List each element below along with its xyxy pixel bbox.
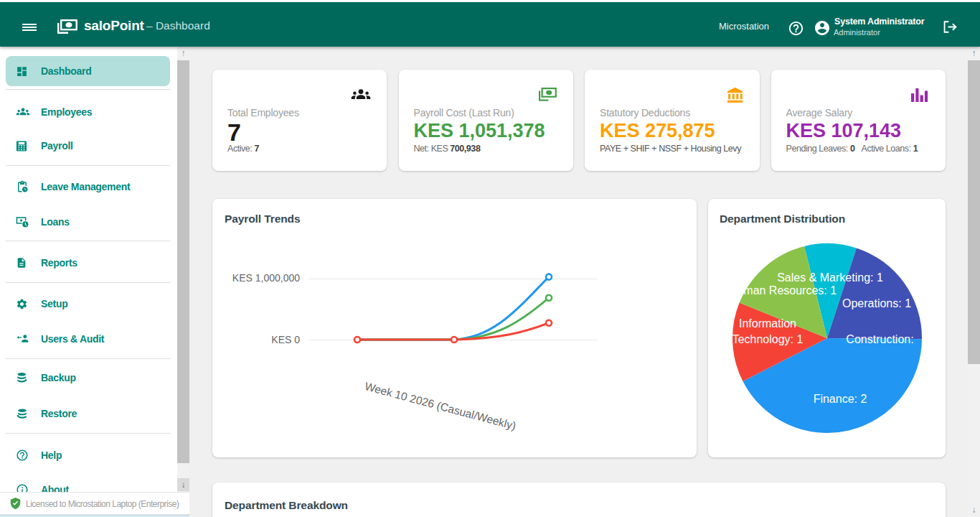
svg-text:Information: Information xyxy=(739,317,796,330)
svg-text:Technology: 1: Technology: 1 xyxy=(732,333,804,345)
svg-text:Operations: 1: Operations: 1 xyxy=(842,297,911,309)
svg-text:Construction:: Construction: xyxy=(846,333,913,345)
svg-text:Sales & Marketing: 1: Sales & Marketing: 1 xyxy=(777,271,883,284)
svg-text:Finance: 2: Finance: 2 xyxy=(814,393,867,405)
svg-text:Human Resources: 1: Human Resources: 1 xyxy=(729,284,837,297)
